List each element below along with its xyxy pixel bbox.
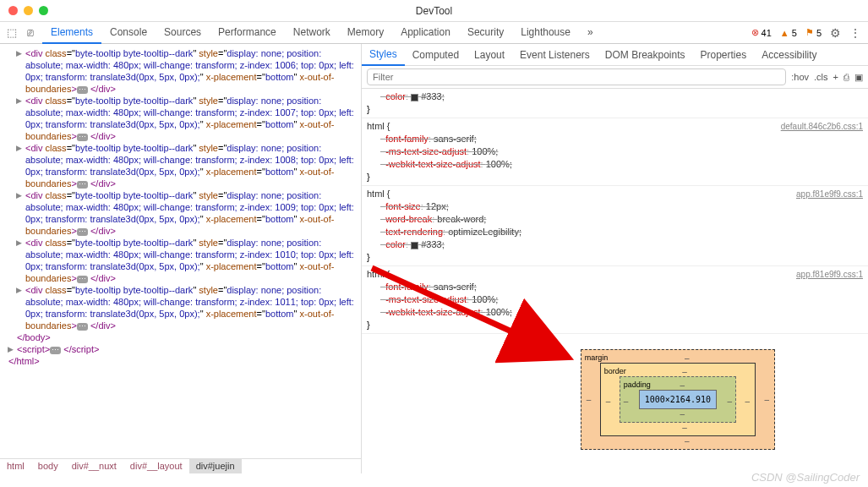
error-badge[interactable]: ⊗41	[751, 27, 772, 38]
inspect-icon[interactable]: ⬚	[7, 26, 17, 39]
tab-application[interactable]: Application	[392, 22, 459, 44]
tab-more[interactable]: »	[579, 22, 602, 44]
subtab-a11y[interactable]: Accessibility	[754, 45, 824, 65]
dom-node[interactable]: ▶<div class="byte-tooltip byte-tooltip--…	[17, 189, 361, 237]
subtab-events[interactable]: Event Listeners	[512, 45, 598, 65]
crumb-layout[interactable]: div#__layout	[123, 459, 189, 473]
hov-toggle[interactable]: :hov	[791, 72, 809, 82]
maximize-dot[interactable]	[39, 6, 48, 15]
styles-panel: Styles Computed Layout Event Listeners D…	[362, 44, 868, 473]
tab-elements[interactable]: Elements	[42, 22, 101, 44]
watermark: CSDN @SailingCoder	[751, 471, 860, 484]
cls-toggle[interactable]: .cls	[814, 72, 828, 82]
crumb-nuxt[interactable]: div#__nuxt	[65, 459, 123, 473]
close-dot[interactable]	[8, 6, 18, 15]
main-toolbar: ⬚ ⎚ Elements Console Sources Performance…	[0, 22, 868, 44]
tab-console[interactable]: Console	[101, 22, 156, 44]
pane2-icon[interactable]: ▣	[854, 72, 863, 83]
tab-performance[interactable]: Performance	[210, 22, 285, 44]
elements-panel: ▶<div class="byte-tooltip byte-tooltip--…	[0, 44, 362, 473]
minimize-dot[interactable]	[24, 6, 33, 15]
gear-icon[interactable]: ⚙	[830, 26, 841, 40]
crumb-body[interactable]: body	[31, 459, 65, 473]
tab-lighthouse[interactable]: Lighthouse	[512, 22, 579, 44]
subtab-layout[interactable]: Layout	[467, 45, 512, 65]
rule-0: color: #333; }	[362, 89, 868, 118]
more-icon[interactable]: ⋮	[849, 26, 861, 40]
traffic-lights	[0, 6, 48, 15]
subtab-dom-bp[interactable]: DOM Breakpoints	[598, 45, 693, 65]
tab-security[interactable]: Security	[459, 22, 512, 44]
dom-node[interactable]: ▶<div class="byte-tooltip byte-tooltip--…	[17, 237, 361, 284]
source-link[interactable]: app.f81e9f9.css:1	[796, 188, 863, 200]
tab-memory[interactable]: Memory	[339, 22, 392, 44]
issues-badge[interactable]: ⚑5	[805, 27, 822, 38]
warning-badge[interactable]: ▲5	[780, 28, 797, 38]
dom-tree[interactable]: ▶<div class="byte-tooltip byte-tooltip--…	[0, 44, 361, 458]
pane-icon[interactable]: ⎙	[843, 72, 849, 82]
subtab-props[interactable]: Properties	[693, 45, 755, 65]
dom-node[interactable]: ▶<div class="byte-tooltip byte-tooltip--…	[17, 142, 361, 189]
crumb-juejin[interactable]: div#juejin	[189, 459, 242, 473]
filter-input[interactable]	[367, 68, 786, 85]
dom-node[interactable]: ▶<div class="byte-tooltip byte-tooltip--…	[17, 95, 361, 142]
rule-2: app.f81e9f9.css:1 html { font-size: 12px…	[362, 186, 868, 266]
dom-node[interactable]: ▶<div class="byte-tooltip byte-tooltip--…	[17, 47, 361, 95]
subtab-styles[interactable]: Styles	[362, 44, 405, 66]
crumb-html[interactable]: html	[0, 459, 31, 473]
tab-sources[interactable]: Sources	[156, 22, 210, 44]
title-bar: DevTool	[0, 0, 868, 22]
breadcrumbs: html body div#__nuxt div#__layout div#ju…	[0, 458, 361, 473]
dom-node[interactable]: ▶<div class="byte-tooltip byte-tooltip--…	[17, 284, 361, 331]
rule-1: default.846c2b6.css:1 html { font-family…	[362, 118, 868, 186]
window-title: DevTool	[416, 5, 452, 17]
tab-network[interactable]: Network	[285, 22, 339, 44]
main-tabs: Elements Console Sources Performance Net…	[42, 22, 602, 44]
box-content: 1000×2164.910	[639, 390, 717, 409]
new-rule-icon[interactable]: +	[833, 72, 838, 82]
subtab-computed[interactable]: Computed	[405, 45, 467, 65]
device-icon[interactable]: ⎚	[27, 26, 34, 39]
filter-row: :hov .cls + ⎙ ▣	[362, 66, 868, 89]
svg-line-0	[372, 268, 558, 353]
annotation-arrow	[368, 264, 596, 374]
source-link[interactable]: app.f81e9f9.css:1	[796, 268, 863, 281]
box-model[interactable]: margin – – – – border – – – – padding –	[581, 349, 775, 450]
source-link[interactable]: default.846c2b6.css:1	[781, 120, 863, 133]
sub-tabs: Styles Computed Layout Event Listeners D…	[362, 44, 868, 66]
